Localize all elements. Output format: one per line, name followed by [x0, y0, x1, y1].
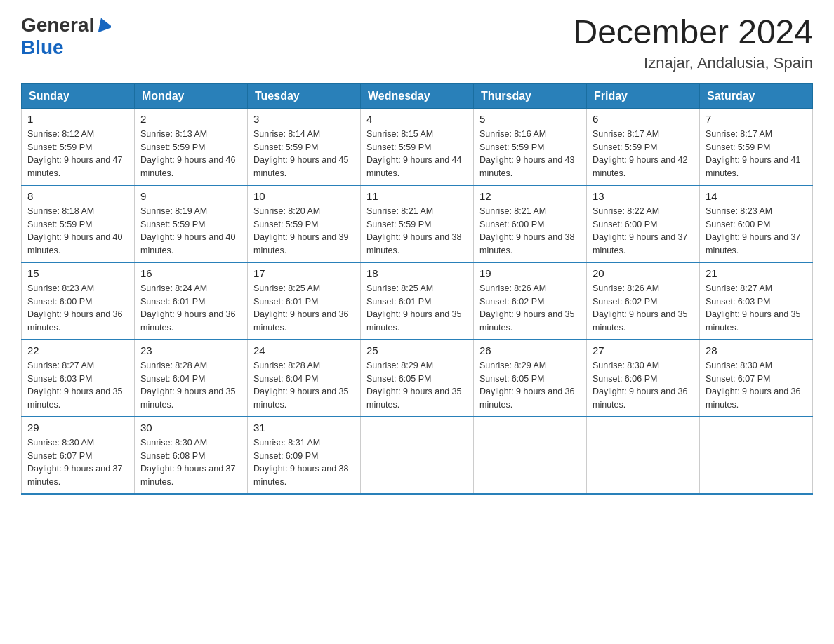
- table-row: 19 Sunrise: 8:26 AM Sunset: 6:02 PM Dayl…: [474, 262, 587, 340]
- day-info: Sunrise: 8:16 AM Sunset: 5:59 PM Dayligh…: [479, 128, 581, 180]
- day-info: Sunrise: 8:30 AM Sunset: 6:07 PM Dayligh…: [706, 359, 807, 412]
- table-row: 1 Sunrise: 8:12 AM Sunset: 5:59 PM Dayli…: [22, 108, 135, 185]
- day-info: Sunrise: 8:30 AM Sunset: 6:08 PM Dayligh…: [140, 436, 241, 489]
- day-number: 19: [479, 267, 581, 279]
- table-row: 24 Sunrise: 8:28 AM Sunset: 6:04 PM Dayl…: [248, 340, 361, 417]
- table-row: 5 Sunrise: 8:16 AM Sunset: 5:59 PM Dayli…: [474, 108, 587, 185]
- table-row: 8 Sunrise: 8:18 AM Sunset: 5:59 PM Dayli…: [22, 185, 135, 262]
- day-info: Sunrise: 8:22 AM Sunset: 6:00 PM Dayligh…: [593, 205, 694, 257]
- table-row: 17 Sunrise: 8:25 AM Sunset: 6:01 PM Dayl…: [248, 262, 361, 340]
- col-sunday: Sunday: [22, 83, 135, 108]
- day-number: 26: [479, 344, 581, 356]
- day-info: Sunrise: 8:25 AM Sunset: 6:01 PM Dayligh…: [253, 282, 355, 335]
- day-number: 9: [140, 190, 241, 202]
- day-number: 18: [366, 267, 468, 279]
- day-info: Sunrise: 8:17 AM Sunset: 5:59 PM Dayligh…: [706, 128, 807, 180]
- col-wednesday: Wednesday: [361, 83, 474, 108]
- table-row: [587, 417, 700, 494]
- day-info: Sunrise: 8:26 AM Sunset: 6:02 PM Dayligh…: [593, 282, 694, 335]
- table-row: 9 Sunrise: 8:19 AM Sunset: 5:59 PM Dayli…: [135, 185, 248, 262]
- table-row: 7 Sunrise: 8:17 AM Sunset: 5:59 PM Dayli…: [700, 108, 813, 185]
- table-row: 21 Sunrise: 8:27 AM Sunset: 6:03 PM Dayl…: [700, 262, 813, 340]
- table-row: 4 Sunrise: 8:15 AM Sunset: 5:59 PM Dayli…: [361, 108, 474, 185]
- table-row: 12 Sunrise: 8:21 AM Sunset: 6:00 PM Dayl…: [474, 185, 587, 262]
- day-number: 23: [140, 344, 241, 356]
- day-info: Sunrise: 8:28 AM Sunset: 6:04 PM Dayligh…: [140, 359, 241, 412]
- day-info: Sunrise: 8:18 AM Sunset: 5:59 PM Dayligh…: [27, 205, 128, 257]
- table-row: 31 Sunrise: 8:31 AM Sunset: 6:09 PM Dayl…: [248, 417, 361, 494]
- week-row-4: 22 Sunrise: 8:27 AM Sunset: 6:03 PM Dayl…: [22, 340, 813, 417]
- day-info: Sunrise: 8:19 AM Sunset: 5:59 PM Dayligh…: [140, 205, 241, 257]
- table-row: 18 Sunrise: 8:25 AM Sunset: 6:01 PM Dayl…: [361, 262, 474, 340]
- day-number: 10: [253, 190, 355, 202]
- logo-arrow-icon: [95, 16, 111, 32]
- table-row: 11 Sunrise: 8:21 AM Sunset: 5:59 PM Dayl…: [361, 185, 474, 262]
- table-row: 14 Sunrise: 8:23 AM Sunset: 6:00 PM Dayl…: [700, 185, 813, 262]
- table-row: 16 Sunrise: 8:24 AM Sunset: 6:01 PM Dayl…: [135, 262, 248, 340]
- logo-blue-text: Blue: [21, 36, 64, 58]
- day-number: 13: [593, 190, 694, 202]
- day-info: Sunrise: 8:29 AM Sunset: 6:05 PM Dayligh…: [479, 359, 581, 412]
- table-row: 30 Sunrise: 8:30 AM Sunset: 6:08 PM Dayl…: [135, 417, 248, 494]
- day-number: 25: [366, 344, 468, 356]
- location: Iznajar, Andalusia, Spain: [573, 54, 813, 72]
- col-saturday: Saturday: [700, 83, 813, 108]
- table-row: [474, 417, 587, 494]
- day-number: 16: [140, 267, 241, 279]
- header: General Blue December 2024 Iznajar, Anda…: [21, 14, 813, 72]
- month-title: December 2024: [573, 14, 813, 51]
- day-number: 27: [593, 344, 694, 356]
- table-row: 22 Sunrise: 8:27 AM Sunset: 6:03 PM Dayl…: [22, 340, 135, 417]
- header-row: Sunday Monday Tuesday Wednesday Thursday…: [22, 83, 813, 108]
- table-row: 23 Sunrise: 8:28 AM Sunset: 6:04 PM Dayl…: [135, 340, 248, 417]
- table-row: 6 Sunrise: 8:17 AM Sunset: 5:59 PM Dayli…: [587, 108, 700, 185]
- day-info: Sunrise: 8:31 AM Sunset: 6:09 PM Dayligh…: [253, 436, 355, 489]
- day-info: Sunrise: 8:21 AM Sunset: 5:59 PM Dayligh…: [366, 205, 468, 257]
- day-info: Sunrise: 8:17 AM Sunset: 5:59 PM Dayligh…: [593, 128, 694, 180]
- table-row: 26 Sunrise: 8:29 AM Sunset: 6:05 PM Dayl…: [474, 340, 587, 417]
- day-info: Sunrise: 8:27 AM Sunset: 6:03 PM Dayligh…: [706, 282, 807, 335]
- day-number: 4: [366, 113, 468, 125]
- day-number: 1: [27, 113, 128, 125]
- day-info: Sunrise: 8:20 AM Sunset: 5:59 PM Dayligh…: [253, 205, 355, 257]
- day-number: 29: [27, 422, 128, 434]
- day-number: 5: [479, 113, 581, 125]
- week-row-3: 15 Sunrise: 8:23 AM Sunset: 6:00 PM Dayl…: [22, 262, 813, 340]
- logo-general-text: General: [21, 14, 94, 36]
- day-number: 12: [479, 190, 581, 202]
- col-monday: Monday: [135, 83, 248, 108]
- day-number: 30: [140, 422, 241, 434]
- day-info: Sunrise: 8:12 AM Sunset: 5:59 PM Dayligh…: [27, 128, 128, 180]
- day-number: 15: [27, 267, 128, 279]
- day-number: 22: [27, 344, 128, 356]
- day-info: Sunrise: 8:26 AM Sunset: 6:02 PM Dayligh…: [479, 282, 581, 335]
- table-row: 25 Sunrise: 8:29 AM Sunset: 6:05 PM Dayl…: [361, 340, 474, 417]
- day-number: 31: [253, 422, 355, 434]
- day-info: Sunrise: 8:30 AM Sunset: 6:07 PM Dayligh…: [27, 436, 128, 489]
- day-info: Sunrise: 8:13 AM Sunset: 5:59 PM Dayligh…: [140, 128, 241, 180]
- day-info: Sunrise: 8:28 AM Sunset: 6:04 PM Dayligh…: [253, 359, 355, 412]
- table-row: 2 Sunrise: 8:13 AM Sunset: 5:59 PM Dayli…: [135, 108, 248, 185]
- day-info: Sunrise: 8:24 AM Sunset: 6:01 PM Dayligh…: [140, 282, 241, 335]
- table-row: [700, 417, 813, 494]
- table-row: 13 Sunrise: 8:22 AM Sunset: 6:00 PM Dayl…: [587, 185, 700, 262]
- table-row: 10 Sunrise: 8:20 AM Sunset: 5:59 PM Dayl…: [248, 185, 361, 262]
- day-info: Sunrise: 8:29 AM Sunset: 6:05 PM Dayligh…: [366, 359, 468, 412]
- col-friday: Friday: [587, 83, 700, 108]
- title-area: December 2024 Iznajar, Andalusia, Spain: [573, 14, 813, 72]
- table-row: 15 Sunrise: 8:23 AM Sunset: 6:00 PM Dayl…: [22, 262, 135, 340]
- day-number: 21: [706, 267, 807, 279]
- table-row: 27 Sunrise: 8:30 AM Sunset: 6:06 PM Dayl…: [587, 340, 700, 417]
- calendar-table: Sunday Monday Tuesday Wednesday Thursday…: [21, 83, 813, 495]
- table-row: 29 Sunrise: 8:30 AM Sunset: 6:07 PM Dayl…: [22, 417, 135, 494]
- day-number: 28: [706, 344, 807, 356]
- col-thursday: Thursday: [474, 83, 587, 108]
- table-row: 20 Sunrise: 8:26 AM Sunset: 6:02 PM Dayl…: [587, 262, 700, 340]
- day-info: Sunrise: 8:25 AM Sunset: 6:01 PM Dayligh…: [366, 282, 468, 335]
- day-number: 3: [253, 113, 355, 125]
- day-number: 2: [140, 113, 241, 125]
- day-number: 14: [706, 190, 807, 202]
- table-row: 28 Sunrise: 8:30 AM Sunset: 6:07 PM Dayl…: [700, 340, 813, 417]
- week-row-1: 1 Sunrise: 8:12 AM Sunset: 5:59 PM Dayli…: [22, 108, 813, 185]
- day-info: Sunrise: 8:27 AM Sunset: 6:03 PM Dayligh…: [27, 359, 128, 412]
